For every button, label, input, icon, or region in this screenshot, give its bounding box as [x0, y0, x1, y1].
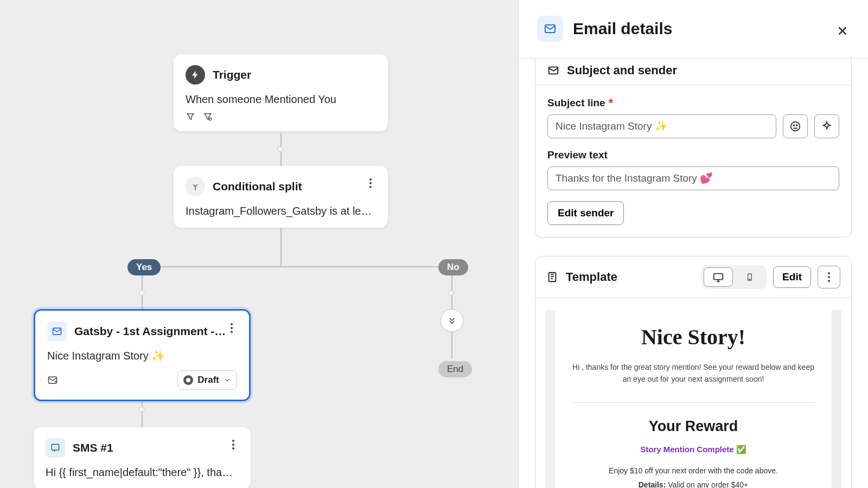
status-dot-icon [183, 375, 193, 385]
svg-point-3 [369, 186, 372, 188]
split-title: Conditional split [213, 180, 302, 193]
subject-sender-section: Subject and sender Subject line* Previe [535, 59, 852, 237]
ai-sparkle-button[interactable] [814, 114, 839, 138]
edit-template-button[interactable]: Edit [773, 266, 811, 288]
svg-rect-13 [52, 444, 59, 450]
svg-point-22 [749, 279, 750, 279]
preview-device-toggle [701, 265, 767, 289]
svg-point-5 [231, 327, 233, 329]
trigger-title: Trigger [213, 68, 251, 81]
connector-dot [449, 290, 454, 296]
template-preview: Nice Story! Hi , thanks for the great st… [535, 298, 851, 488]
conditional-split-node[interactable]: Conditional split Instagram_Followers_Ga… [174, 166, 388, 228]
sms-icon [46, 438, 65, 458]
edit-sender-button[interactable]: Edit sender [547, 201, 624, 225]
end-badge: End [438, 361, 472, 377]
sms-node-preview: Hi {{ first_name|default:"there" }}, tha… [46, 465, 239, 479]
svg-point-0 [209, 118, 212, 120]
connector [142, 266, 452, 267]
mail-outline-icon [547, 65, 559, 76]
mobile-preview-button[interactable] [735, 267, 764, 287]
sms-node[interactable]: SMS #1 Hi {{ first_name|default:"there" … [34, 427, 251, 488]
template-section: Template Edit [535, 256, 852, 488]
preview-divider [571, 402, 815, 403]
template-heading: Template [566, 270, 617, 284]
svg-point-6 [231, 331, 233, 333]
svg-point-4 [231, 323, 233, 325]
add-step-button[interactable] [441, 309, 463, 332]
node-more-button[interactable] [226, 437, 241, 452]
svg-point-12 [232, 447, 234, 450]
svg-point-16 [791, 122, 800, 131]
mail-icon [47, 322, 67, 341]
desktop-preview-button[interactable] [704, 267, 733, 287]
connector-dot [139, 290, 144, 296]
svg-point-9 [186, 378, 190, 382]
template-icon [546, 271, 558, 283]
split-desc: Instagram_Followers_Gatsby is at least 5… [186, 204, 376, 218]
subject-line-label: Subject line* [547, 97, 839, 109]
preview-details: Details: Valid on any order $40+ [571, 480, 815, 488]
email-status-label: Draft [197, 375, 219, 386]
preview-tag: Story Mention Complete ✅ [571, 445, 815, 454]
panel-title: Email details [573, 20, 672, 38]
subject-sender-heading: Subject and sender [567, 63, 677, 78]
subject-line-input[interactable] [547, 114, 776, 138]
preview-text-label: Preview text [547, 149, 839, 161]
trigger-node[interactable]: Trigger When someone Mentioned You [174, 54, 388, 131]
svg-point-17 [793, 125, 794, 126]
svg-point-1 [369, 178, 372, 181]
preview-intro: Hi , thanks for the great story mention!… [571, 362, 815, 385]
branch-no-badge: No [438, 259, 468, 275]
email-node-title: Gatsby - 1st Assignment -… [74, 325, 226, 338]
preview-reward-heading: Your Reward [571, 418, 815, 435]
svg-point-10 [232, 440, 234, 442]
smart-send-icon[interactable] [47, 375, 58, 386]
preview-text-input[interactable] [547, 166, 839, 190]
email-details-panel: Email details Subject and sender Subject… [518, 0, 868, 488]
sms-node-title: SMS #1 [73, 441, 113, 454]
email-node-selected[interactable]: Gatsby - 1st Assignment -… Nice Instagra… [34, 309, 251, 401]
svg-point-2 [369, 182, 372, 184]
emoji-button[interactable] [783, 114, 808, 138]
mail-icon [537, 16, 563, 42]
connector-dot [278, 146, 283, 152]
preview-headline: Nice Story! [571, 324, 815, 350]
branch-yes-badge: Yes [127, 259, 161, 275]
preview-offer: Enjoy $10 off your next order with the c… [571, 466, 815, 475]
svg-rect-20 [714, 273, 723, 279]
node-more-button[interactable] [224, 320, 239, 336]
bolt-icon [186, 65, 205, 85]
connector-dot [139, 407, 144, 412]
email-status-dropdown[interactable]: Draft [177, 370, 237, 390]
split-icon [186, 177, 205, 196]
svg-point-24 [828, 276, 830, 278]
connector [280, 224, 282, 267]
close-button[interactable] [833, 22, 852, 40]
svg-point-25 [828, 280, 830, 282]
filter-icon[interactable] [186, 112, 195, 121]
template-more-button[interactable] [818, 266, 840, 288]
svg-point-11 [232, 444, 234, 446]
node-more-button[interactable] [363, 176, 378, 191]
svg-point-23 [828, 272, 830, 274]
trigger-desc: When someone Mentioned You [186, 92, 376, 106]
panel-header: Email details [519, 0, 868, 59]
email-node-subject: Nice Instagram Story ✨ [47, 349, 237, 363]
svg-point-18 [796, 125, 797, 126]
flow-canvas[interactable]: Yes No End Trigger When someone Mentione… [0, 0, 518, 488]
profile-filter-icon[interactable] [203, 112, 213, 121]
